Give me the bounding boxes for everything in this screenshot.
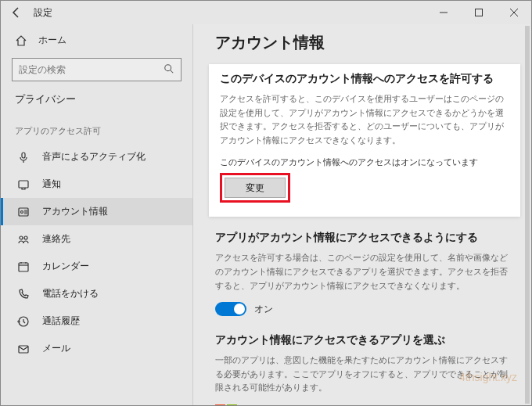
device-access-block: このデバイスのアカウント情報へのアクセスを許可する アクセスを許可すると、このデ… [209,64,520,217]
device-access-status: このデバイスのアカウント情報へのアクセスはオンになっています [220,156,509,168]
sidebar-item-call-history[interactable]: 通話履歴 [1,307,192,335]
contacts-icon [17,233,30,246]
app-row: Microsoft Content オフ [215,404,514,405]
svg-rect-12 [19,263,28,271]
sidebar: ホーム プライバシー アプリのアクセス許可 音声によるアクティブ化 [1,24,193,405]
change-button[interactable]: 変更 [225,178,286,198]
mail-icon [17,343,30,355]
sidebar-item-phone-calls[interactable]: 電話をかける [1,280,192,307]
apps-access-heading: アプリがアカウント情報にアクセスできるようにする [215,231,514,245]
section-label: プライバシー [1,92,192,117]
sidebar-item-contacts[interactable]: 連絡先 [1,225,192,253]
svg-point-11 [24,236,27,239]
sidebar-item-voice-activation[interactable]: 音声によるアクティブ化 [1,143,192,171]
search-input-wrap[interactable] [12,58,182,81]
sidebar-item-calendar[interactable]: カレンダー [1,253,192,280]
svg-rect-7 [19,181,28,188]
microsoft-logo-icon [215,404,237,405]
history-icon [17,315,30,328]
choose-apps-heading: アカウント情報にアクセスできるアプリを選ぶ [215,333,514,347]
account-icon [17,206,30,218]
minimize-button[interactable] [426,1,461,24]
phone-icon [17,288,30,300]
close-button[interactable] [496,1,531,24]
sidebar-item-label: 電話をかける [42,287,99,300]
sidebar-item-label: カレンダー [42,260,89,273]
sidebar-item-label: 音声によるアクティブ化 [42,150,146,163]
svg-line-5 [171,70,174,73]
search-input[interactable] [19,64,164,75]
svg-point-4 [165,64,171,70]
sidebar-item-label: 通話履歴 [42,314,80,328]
svg-point-9 [21,210,23,213]
svg-point-10 [20,236,23,239]
apps-access-toggle[interactable] [215,302,246,316]
sidebar-item-label: 通知 [42,178,61,191]
sidebar-item-email[interactable]: メール [1,335,192,362]
notification-icon [17,178,30,191]
sidebar-item-notifications[interactable]: 通知 [1,171,192,198]
sidebar-item-account-info[interactable]: アカウント情報 [1,198,192,225]
home-link[interactable]: ホーム [1,27,192,55]
choose-apps-desc: 一部のアプリは、意図した機能を果たすためにアカウント情報にアクセスする必要があり… [215,354,514,395]
sidebar-item-label: アカウント情報 [42,205,108,218]
microphone-icon [17,151,30,163]
maximize-button[interactable] [461,1,496,24]
sidebar-item-label: メール [42,342,70,355]
group-label: アプリのアクセス許可 [1,117,192,143]
apps-access-toggle-label: オン [254,303,273,316]
svg-rect-6 [22,153,25,158]
search-icon [164,63,174,77]
home-label: ホーム [38,34,66,47]
device-access-heading: このデバイスのアカウント情報へのアクセスを許可する [220,72,509,86]
page-title: アカウント情報 [215,32,514,53]
calendar-icon [17,260,30,273]
sidebar-item-label: 連絡先 [42,232,70,246]
window-title: 設定 [34,6,52,20]
change-button-highlight: 変更 [220,173,290,203]
back-button[interactable] [5,2,27,23]
svg-rect-1 [475,9,482,16]
apps-access-desc: アクセスを許可する場合は、このページの設定を使用して、名前や画像などのアカウント… [215,251,514,293]
titlebar: 設定 [1,1,531,24]
device-access-desc: アクセスを許可すると、このデバイスを使用するユーザーはこのページの設定を使用して… [220,92,509,147]
home-icon [15,34,27,47]
content-area: アカウント情報 このデバイスのアカウント情報へのアクセスを許可する アクセスを許… [193,24,531,405]
